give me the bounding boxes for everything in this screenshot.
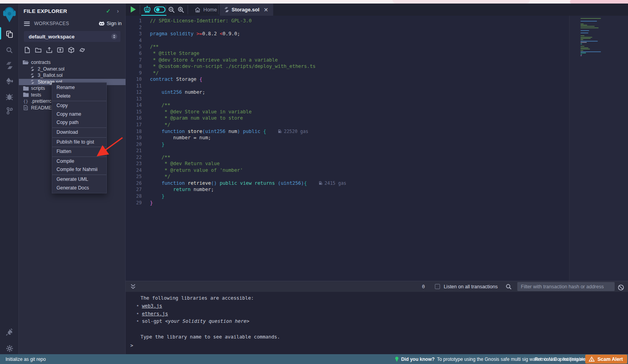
remix-logo-icon[interactable] [2,5,17,22]
minimap-line [581,53,586,53]
context-menu-item-flatten[interactable]: Flatten [52,147,106,156]
line-number: 2 [126,25,150,30]
line-number: 9 [126,70,150,76]
tree-item-2-owner-sol[interactable]: 2_Owner.sol [19,66,126,73]
line-number: 13 [126,96,150,102]
context-menu-item-download[interactable]: Download [52,128,106,137]
line-number: 22 [126,155,150,160]
code-editor[interactable]: 1// SPDX-License-Identifier: GPL-3.023pr… [126,16,628,281]
sidebar-item-git[interactable] [0,104,19,117]
new-folder-icon[interactable] [35,47,42,53]
link-icon[interactable] [79,47,86,53]
code-line-1: 1// SPDX-License-Identifier: GPL-3.0 [126,18,628,24]
minimap-line [581,21,597,22]
hamburger-menu-icon[interactable] [24,20,30,27]
tree-item-label: 3_Ballot.sol [38,73,63,78]
code-line-23: 23 * @dev Return value [126,160,628,167]
code-line-9: 9 */ [126,69,628,76]
terminal-prompt[interactable]: > [130,343,133,348]
sidebar-item-debugger[interactable] [0,90,19,104]
minimap-line [581,46,584,47]
code-line-17: 17 */ [126,122,628,128]
upload-file-icon[interactable] [46,47,53,53]
tree-item-3-ballot-sol[interactable]: 3_Ballot.sol [19,72,126,79]
sign-in-button[interactable]: Sign in [99,21,122,26]
sidebar-item-plugin-manager[interactable] [0,325,19,339]
home-tab-label: Home [203,7,217,13]
terminal-blank-line [126,326,628,333]
tab-home[interactable]: Home [189,4,223,16]
code-line-14: 14 /** [126,102,628,109]
new-file-icon[interactable] [24,47,31,53]
file-icon [23,105,29,110]
workspace-select[interactable]: default_workspace [24,31,120,42]
line-number: 6 [126,51,150,56]
code-line-16: 16 * @param num value to store [126,115,628,122]
cube-icon[interactable] [68,47,75,53]
upload-folder-icon[interactable] [57,47,64,53]
zoom-out-icon[interactable] [168,6,175,13]
code-line-27: 27 return number; [126,186,628,193]
line-number: 17 [126,122,150,127]
code-line-22: 22 /** [126,154,628,160]
line-number: 24 [126,167,150,173]
transaction-count: 0 [422,284,425,289]
context-menu-item-copy-path[interactable]: Copy path [52,118,106,127]
menu-divider [52,157,106,157]
menu-divider [52,147,106,147]
code-line-20: 20 } [126,141,628,147]
sidebar-item-deploy-run[interactable] [0,75,19,88]
chevron-right-icon[interactable]: › [117,8,119,14]
sidebar-item-solidity-compiler[interactable] [0,59,19,72]
line-number: 1 [126,18,150,24]
line-number: 10 [126,76,150,82]
context-menu-item-compile[interactable]: Compile [52,157,106,166]
sidebar-item-file-explorer[interactable] [0,27,19,41]
context-menu-item-compile-for-nahmii[interactable]: Compile for Nahmii [52,166,106,174]
minimap-line [581,42,587,43]
context-menu-item-generate-uml[interactable]: Generate UML [52,175,106,184]
run-script-button[interactable] [131,6,136,13]
terminal-output: The following libraries are accessible:•… [126,292,628,341]
gas-estimate-hint: 22520 gas [278,129,308,134]
zoom-in-icon[interactable] [177,6,184,13]
context-menu-item-copy-name[interactable]: Copy name [52,110,106,119]
code-line-29: 29} [126,199,628,206]
git-init-button[interactable]: Initialize as git repo [5,357,46,362]
code-line-13: 13 [126,96,628,102]
context-menu-item-delete[interactable]: Delete [52,92,106,101]
terminal[interactable]: The following libraries are accessible:•… [126,292,628,354]
code-line-18: 18 function store(uint256 num) public {2… [126,128,628,135]
sidebar-item-search[interactable] [0,44,19,57]
tree-item-contracts[interactable]: contracts [19,59,126,66]
sol-icon [29,67,35,71]
scam-alert-button[interactable]: Scam Alert [585,355,627,364]
transaction-filter-input[interactable] [517,282,615,291]
minimap[interactable] [569,16,628,281]
main-area: Home Storage.sol ✕ 1// SPDX-License-Iden… [126,4,628,354]
library-link[interactable]: ethers.js [142,311,168,317]
close-tab-icon[interactable]: ✕ [264,7,268,13]
context-menu-item-generate-docs[interactable]: Generate Docs [52,184,106,193]
clear-console-icon[interactable] [618,284,624,291]
line-number: 14 [126,102,150,108]
context-menu-item-copy[interactable]: Copy [52,102,106,110]
context-menu-item-rename[interactable]: Rename [52,84,106,92]
tab-storage-sol[interactable]: Storage.sol ✕ [220,4,273,16]
sidebar-item-settings[interactable] [0,342,19,355]
search-icon[interactable] [506,284,512,290]
code-line-15: 15 * @dev Store value in variable [126,109,628,115]
listen-checkbox[interactable] [435,284,440,289]
remix-ide-window: FILE EXPLORER ✓ › WORKSPACES Sign in def… [0,0,628,364]
context-menu-item-publish-file-to-gist[interactable]: Publish file to gist [52,138,106,147]
library-link[interactable]: web3.js [142,303,162,309]
copilot-status[interactable]: RemixAI Copilot (enabled) [535,357,590,362]
code-line-12: 12 uint256 number; [126,89,628,96]
copilot-toggle[interactable] [154,6,166,13]
chevron-double-down-icon[interactable] [130,284,136,289]
line-number: 29 [126,200,150,206]
code-line-2: 2 [126,24,628,31]
code-line-3: 3pragma solidity >=0.8.2 <0.9.0; [126,31,628,37]
panel-title: FILE EXPLORER [24,8,67,14]
remixai-robot-icon[interactable] [143,5,152,14]
